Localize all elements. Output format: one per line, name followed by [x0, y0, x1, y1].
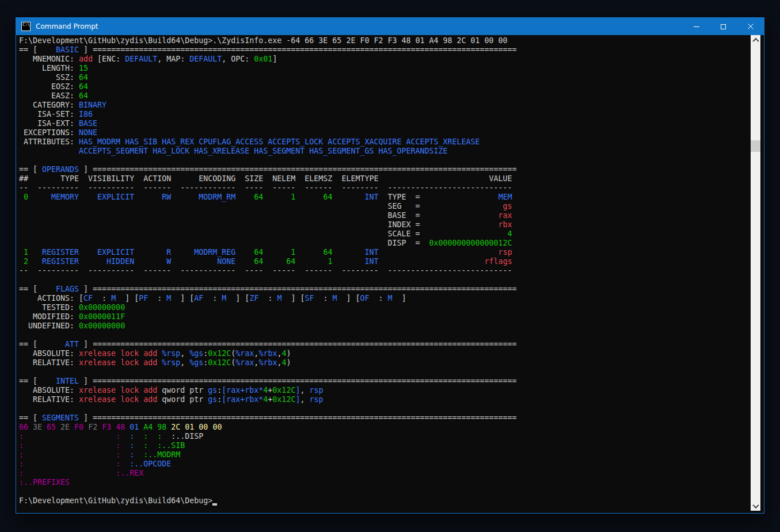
text-span: gs [208, 386, 217, 395]
text-span: ========================================… [93, 285, 517, 293]
text-span: rbx [420, 220, 512, 229]
text-span: F3 [97, 423, 111, 431]
segments-opcode: : : :..OPCODE [19, 460, 517, 469]
text-span: ] [79, 285, 93, 293]
text-span: 64 [235, 248, 263, 257]
text-span: 3E [28, 423, 42, 431]
console-window: C:\ Command Prompt F:\Developmen [16, 17, 764, 514]
scroll-down-button[interactable] [751, 501, 760, 511]
text-span: gs [420, 202, 512, 210]
terminal-output: F:\Development\GitHub\zydis\Build64\Debu… [19, 36, 517, 506]
text-span [24, 432, 116, 441]
text-span: 64 [79, 91, 88, 100]
field-easz: EASZ: 64 [19, 91, 517, 101]
text-span: ACTIONS: [19, 294, 79, 303]
text-span: OF [360, 294, 370, 303]
text-span: 0x01 [254, 55, 272, 63]
text-span: M [333, 294, 337, 303]
text-span: 0x12C [272, 386, 295, 395]
heading-att: == [ ATT ] =============================… [19, 340, 517, 349]
minimize-icon [694, 26, 699, 27]
scroll-up-button[interactable] [751, 35, 760, 45]
field-attributes: ATTRIBUTES: HAS_MODRM HAS_SIB HAS_REX CP… [19, 137, 517, 147]
flags-modified: MODIFIED: 0x0000011F [19, 312, 517, 322]
text-span: , [180, 358, 189, 367]
text-span: ACCEPTS_SEGMENT HAS_LOCK HAS_XRELEASE HA… [79, 147, 447, 155]
scrollbar[interactable] [751, 35, 760, 511]
text-span: 64 [79, 73, 88, 82]
text-span: : [370, 294, 388, 303]
text-span: %rax [235, 358, 254, 367]
operand-row-2: 2 REGISTER HIDDEN W NONE 64 64 1 INT rfl… [19, 257, 517, 266]
text-span: 01 [125, 423, 139, 431]
terminal-cursor [212, 496, 217, 506]
text-span: HAS_MODRM HAS_SIB HAS_REX CPUFLAG_ACCESS… [79, 137, 480, 146]
text-span: 1 [295, 257, 332, 266]
segments-sib: : : : : :..SIB [19, 441, 517, 450]
heading-intel: == [ INTEL ] ===========================… [19, 377, 517, 386]
text-span: , [180, 349, 189, 358]
text-span: ] [79, 377, 93, 385]
text-span: %rsp [162, 349, 180, 358]
text-span: %rbx [258, 358, 277, 367]
text-span: 64 [235, 257, 263, 266]
operands-separator: -- --------- ---------- ------ ---------… [19, 183, 517, 193]
text-span: 48 [111, 423, 125, 431]
text-span: -- --------- ---------- ------ ---------… [19, 183, 512, 192]
text-span: 64 [295, 193, 332, 201]
terminal-line [19, 487, 517, 496]
field-category: CATEGORY: BINARY [19, 101, 517, 110]
text-span [19, 147, 79, 155]
text-span: : [314, 294, 332, 303]
cmd-icon: C:\ [21, 22, 31, 31]
text-span: DEFAULT [189, 55, 222, 63]
text-span: NONE [79, 128, 97, 137]
text-span: xrelease lock add [79, 358, 157, 367]
scrollbar-thumb[interactable] [751, 140, 760, 152]
command-line: F:\Development\GitHub\zydis\Build64\Debu… [19, 36, 517, 45]
text-span: RELATIVE: [19, 395, 79, 404]
maximize-button[interactable] [710, 18, 737, 35]
text-span: M [388, 294, 393, 303]
close-icon [748, 24, 754, 29]
text-span: : [19, 432, 24, 441]
text-span: ] [79, 340, 93, 349]
text-span: :..MODRM [134, 450, 180, 459]
text-span: DISP = [387, 239, 420, 247]
field-ssz: SSZ: 64 [19, 73, 517, 82]
text-span: 2E [56, 423, 70, 431]
prompt-line: F:\Development\GitHub\zydis\Build64\Debu… [19, 496, 517, 506]
text-span: ========================================… [93, 165, 517, 174]
text-span: 1 [19, 248, 28, 257]
text-span: ATTRIBUTES: [19, 137, 79, 146]
text-span: ) [286, 349, 291, 358]
text-span: SF [305, 294, 314, 303]
console-viewport[interactable]: F:\Development\GitHub\zydis\Build64\Debu… [16, 35, 764, 513]
window-controls [683, 18, 764, 35]
text-span: TESTED: [19, 303, 79, 312]
text-span: 64 [263, 257, 295, 266]
text-span: ] [79, 45, 93, 54]
minimize-button[interactable] [683, 18, 710, 35]
text-span: ========================================… [93, 45, 517, 54]
text-span: MODRM_REG [171, 248, 235, 257]
titlebar[interactable]: C:\ Command Prompt [16, 18, 764, 35]
close-button[interactable] [737, 18, 764, 35]
operand-row-1: 1 REGISTER EXPLICIT R MODRM_REG 64 1 64 … [19, 248, 517, 257]
text-span [24, 460, 116, 468]
terminal-line [19, 368, 517, 377]
text-span: HIDDEN [79, 257, 134, 266]
segments-rex: : :..REX [19, 469, 517, 478]
text-span: : [116, 450, 120, 459]
text-span: BINARY [79, 101, 106, 109]
text-span: 0x000000000000012C [420, 239, 512, 247]
text-span: CATEGORY: [19, 101, 79, 109]
text-span: rsp [309, 395, 323, 404]
text-span: PF [139, 294, 148, 303]
text-span: : [116, 432, 120, 441]
heading-flags: == [ FLAGS ] ===========================… [19, 285, 517, 294]
att-relative: RELATIVE: xrelease lock add %rsp, %gs:0x… [19, 358, 517, 368]
text-span: 0x00000000 [79, 322, 125, 330]
segments-disp: : : : : : :..DISP [19, 432, 517, 441]
text-span [19, 220, 387, 229]
